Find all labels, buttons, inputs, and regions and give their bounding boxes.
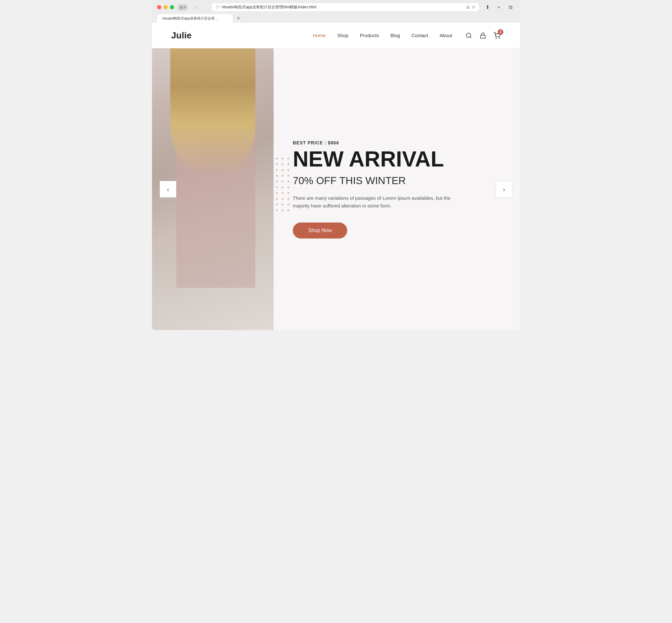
nav-about[interactable]: About bbox=[440, 33, 452, 38]
svg-point-4 bbox=[499, 38, 499, 38]
chevron-right-icon: › bbox=[503, 186, 505, 193]
nav-contact[interactable]: Contact bbox=[411, 33, 428, 38]
search-button[interactable] bbox=[465, 32, 472, 39]
nav-shop[interactable]: Shop bbox=[337, 33, 348, 38]
minimize-button[interactable] bbox=[163, 5, 168, 9]
browser-nav-arrows: ‹ › bbox=[191, 4, 208, 11]
nav-home[interactable]: Home bbox=[313, 33, 326, 38]
svg-rect-2 bbox=[481, 35, 485, 38]
back-button[interactable]: ‹ bbox=[191, 4, 199, 11]
nav-products[interactable]: Products bbox=[360, 33, 379, 38]
new-tab-button[interactable]: + bbox=[234, 14, 243, 23]
svg-point-0 bbox=[466, 33, 471, 37]
search-icon bbox=[466, 32, 472, 39]
maximize-button[interactable] bbox=[170, 5, 174, 9]
svg-point-3 bbox=[496, 38, 496, 38]
new-tab-icon[interactable]: + bbox=[494, 4, 503, 11]
sidebar-toggle[interactable]: ⊟ ▾ bbox=[178, 4, 187, 10]
translate-icon: ⊞ bbox=[466, 5, 470, 9]
hero-description: There are many variations of passages of… bbox=[293, 194, 466, 210]
active-tab[interactable]: nloads/响应式app业务统计后台管理html模板/index.html bbox=[157, 14, 233, 23]
traffic-lights bbox=[157, 5, 174, 9]
chevron-left-icon: ‹ bbox=[167, 186, 169, 193]
site-logo[interactable]: Julie bbox=[171, 30, 192, 41]
carousel-prev-button[interactable]: ‹ bbox=[160, 181, 176, 198]
shield-icon: 🛡 bbox=[216, 5, 220, 9]
lock-button[interactable] bbox=[479, 32, 487, 39]
tabs-bar: nloads/响应式app业务统计后台管理html模板/index.html + bbox=[157, 14, 515, 23]
address-bar[interactable]: 🛡 nloads/响应式app业务统计后台管理html模板/index.html… bbox=[212, 3, 479, 11]
hero-subtitle: 70% OFF THIS WINTER bbox=[293, 175, 466, 187]
url-text: nloads/响应式app业务统计后台管理html模板/index.html bbox=[222, 4, 464, 10]
svg-line-1 bbox=[470, 36, 471, 38]
forward-button[interactable]: › bbox=[200, 4, 208, 11]
carousel-next-button[interactable]: › bbox=[496, 181, 512, 198]
close-button[interactable] bbox=[157, 5, 161, 9]
sidebar-icon: ⊟ bbox=[180, 5, 183, 9]
website-content: Julie Home Shop Products Blog Contact Ab… bbox=[152, 23, 520, 330]
chevron-down-icon: ▾ bbox=[184, 6, 186, 9]
best-price-label: BEST PRICE : $866 bbox=[293, 140, 466, 145]
refresh-icon[interactable]: ↺ bbox=[472, 5, 475, 9]
browser-actions: ⬆ + ⧉ bbox=[483, 4, 515, 11]
browser-chrome: ⊟ ▾ ‹ › 🛡 nloads/响应式app业务统计后台管理html模板/in… bbox=[152, 0, 520, 23]
navbar: Julie Home Shop Products Blog Contact Ab… bbox=[152, 23, 520, 48]
cart-button[interactable]: 2 bbox=[493, 32, 501, 39]
tab-overview-icon[interactable]: ⧉ bbox=[506, 4, 515, 11]
lock-icon bbox=[480, 32, 486, 39]
tab-title: nloads/响应式app业务统计后台管理html模板/index.html bbox=[162, 16, 220, 21]
hero-section: + bbox=[152, 48, 520, 330]
share-icon[interactable]: ⬆ bbox=[483, 4, 492, 11]
hero-content: BEST PRICE : $866 NEW ARRIVAL 70% OFF TH… bbox=[293, 140, 466, 238]
shop-now-button[interactable]: Shop Now bbox=[293, 222, 347, 238]
hero-title: NEW ARRIVAL bbox=[293, 148, 466, 170]
nav-blog[interactable]: Blog bbox=[390, 33, 400, 38]
nav-links: Home Shop Products Blog Contact About bbox=[313, 33, 452, 38]
cart-badge: 2 bbox=[498, 29, 503, 35]
nav-icons: 2 bbox=[465, 32, 501, 39]
